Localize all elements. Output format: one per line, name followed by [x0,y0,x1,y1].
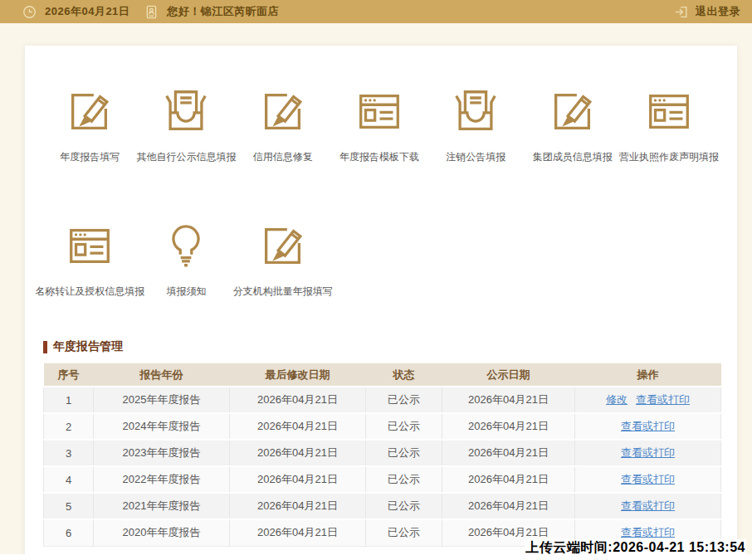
edit-icon [547,85,598,137]
section-title: 年度报告管理 [43,339,720,354]
cell-no: 5 [44,493,94,519]
cell-modified: 2026年04月21日 [230,387,366,413]
view-or-print-link[interactable]: 查看或打印 [621,420,675,432]
section-title-text: 年度报告管理 [53,339,123,354]
cell-actions: 查看或打印 [575,440,721,466]
bulb-icon [160,220,212,271]
cell-no: 2 [44,413,94,440]
menu-item[interactable]: 年度报告模板下载 [331,85,427,163]
cell-actions: 修改查看或打印 [575,387,721,413]
section-title-marker [43,341,47,353]
column-header: 状态 [366,363,442,387]
menu-item-label: 年度报告填写 [35,150,144,163]
cell-actions: 查看或打印 [575,466,721,493]
menu-item[interactable]: 分支机构批量年报填写 [235,220,331,298]
view-or-print-link[interactable]: 查看或打印 [636,393,690,406]
menu-item[interactable]: 信用信息修复 [235,85,331,163]
table-row: 52021年年度报告2026年04月21日已公示2026年04月21日查看或打印 [44,493,721,519]
menu-item[interactable]: 填报须知 [138,220,234,298]
edit-icon [257,220,309,271]
cell-status: 已公示 [366,493,442,519]
greeting-text: 您好！锦江区芮昕面店 [167,4,279,19]
cell-year: 2020年年度报告 [94,519,230,546]
menu-item[interactable]: 集团成员信息填报 [524,85,620,163]
upload-time-overlay: 上传云端时间:2026-04-21 15:13:54 [525,539,746,557]
logout-button[interactable]: 退出登录 [673,4,740,20]
annual-report-section: 年度报告管理 序号报告年份最后修改日期状态公示日期操作 12025年年度报告20… [43,339,720,547]
user-badge-icon [144,4,159,20]
annual-report-table: 序号报告年份最后修改日期状态公示日期操作 12025年年度报告2026年04月2… [43,363,721,547]
menu-row-1: 年度报告填写其他自行公示信息填报信用信息修复年度报告模板下载注销公告填报集团成员… [42,85,717,163]
logout-icon [673,4,689,20]
cell-published: 2026年04月21日 [442,413,575,440]
column-header: 公示日期 [442,363,575,387]
menu-item[interactable]: 年度报告填写 [42,85,138,163]
column-header: 操作 [575,363,721,387]
cell-year: 2022年年度报告 [94,466,230,493]
cell-no: 6 [44,519,94,546]
cell-status: 已公示 [366,440,442,466]
cell-no: 3 [44,440,94,466]
clock-icon [22,4,37,20]
cell-modified: 2026年04月21日 [230,493,366,519]
cell-published: 2026年04月21日 [442,466,575,493]
menu-item-label: 其他自行公示信息填报 [131,150,241,163]
cell-actions: 查看或打印 [575,493,721,519]
cell-modified: 2026年04月21日 [230,440,366,466]
menu-item[interactable]: 其他自行公示信息填报 [138,85,234,163]
browser-icon [64,220,115,271]
menu-item-label: 年度报告模板下载 [325,150,434,163]
cell-modified: 2026年04月21日 [230,466,366,493]
table-row: 12025年年度报告2026年04月21日已公示2026年04月21日修改查看或… [44,387,721,413]
browser-icon [354,85,405,137]
cell-status: 已公示 [366,466,442,493]
table-header-row: 序号报告年份最后修改日期状态公示日期操作 [44,363,721,387]
main-card: 年度报告填写其他自行公示信息填报信用信息修复年度报告模板下载注销公告填报集团成员… [25,46,737,560]
view-or-print-link[interactable]: 查看或打印 [621,473,675,485]
column-header: 最后修改日期 [230,363,366,387]
cell-no: 4 [44,466,94,493]
menu-item[interactable]: 营业执照作废声明填报 [621,85,717,163]
modify-link[interactable]: 修改 [606,393,627,406]
column-header: 报告年份 [94,363,230,387]
menu-item-label: 营业执照作废声明填报 [614,150,724,163]
browser-icon [643,85,695,137]
inbox-icon [160,85,212,137]
cell-no: 1 [44,387,94,413]
edit-icon [64,85,115,137]
cell-actions: 查看或打印 [575,413,721,440]
current-date: 2026年04月21日 [45,4,129,19]
menu-item-label: 信用信息修复 [228,150,338,163]
table-row: 42022年年度报告2026年04月21日已公示2026年04月21日查看或打印 [44,466,721,493]
cell-published: 2026年04月21日 [442,440,575,466]
cell-status: 已公示 [366,519,442,546]
menu-item[interactable]: 注销公告填报 [427,85,524,163]
cell-status: 已公示 [366,387,442,413]
topbar: 2026年04月21日 您好！锦江区芮昕面店 退出登录 [0,0,752,23]
edit-icon [257,85,309,137]
table-row: 32023年年度报告2026年04月21日已公示2026年04月21日查看或打印 [44,440,721,466]
table-row: 22024年年度报告2026年04月21日已公示2026年04月21日查看或打印 [44,413,721,440]
cell-year: 2023年年度报告 [94,440,230,466]
menu-item-label: 注销公告填报 [421,150,530,163]
view-or-print-link[interactable]: 查看或打印 [621,526,675,538]
topbar-left: 2026年04月21日 您好！锦江区芮昕面店 [22,4,279,20]
cell-modified: 2026年04月21日 [230,413,366,440]
logout-label: 退出登录 [696,4,740,19]
cell-published: 2026年04月21日 [442,493,575,519]
menu-item[interactable]: 名称转让及授权信息填报 [42,220,138,298]
cell-status: 已公示 [366,413,442,440]
menu-item-label: 名称转让及授权信息填报 [35,285,144,298]
menu-row-2: 名称转让及授权信息填报填报须知分支机构批量年报填写 [42,220,331,298]
view-or-print-link[interactable]: 查看或打印 [621,499,675,512]
cell-year: 2024年年度报告 [94,413,230,440]
cell-published: 2026年04月21日 [442,387,575,413]
cell-year: 2021年年度报告 [94,493,230,519]
inbox-icon [450,85,501,137]
column-header: 序号 [44,363,94,387]
view-or-print-link[interactable]: 查看或打印 [621,446,675,459]
menu-item-label: 集团成员信息填报 [518,150,627,163]
cell-modified: 2026年04月21日 [230,519,366,546]
cell-year: 2025年年度报告 [94,387,230,413]
menu-item-label: 填报须知 [131,285,241,298]
